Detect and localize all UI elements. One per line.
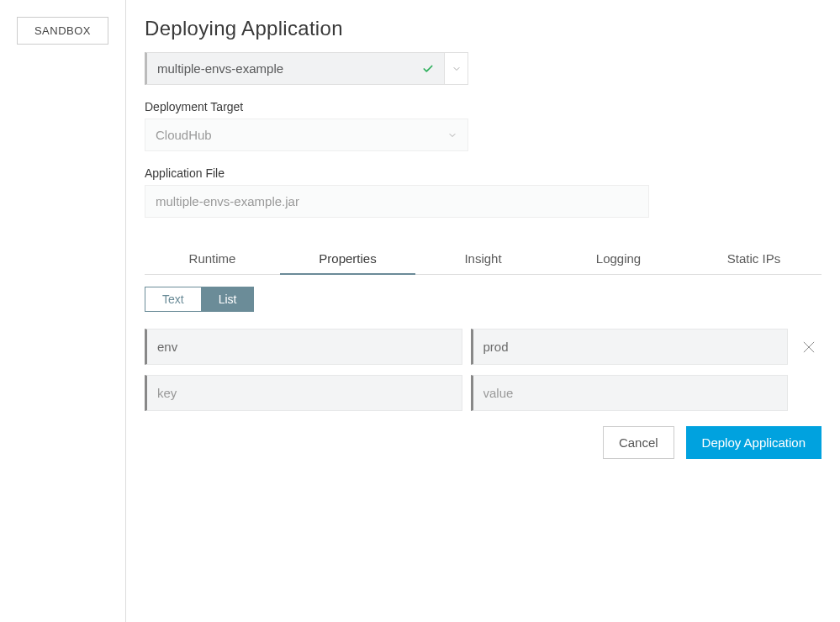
main-content: Deploying Application multiple-envs-exam… — [126, 0, 840, 622]
properties-view-toggle: Text List — [145, 287, 254, 312]
application-file-field: Application File multiple-envs-example.j… — [145, 166, 822, 218]
property-row — [145, 329, 822, 365]
tab-logging[interactable]: Logging — [551, 243, 686, 274]
cancel-button[interactable]: Cancel — [603, 426, 674, 459]
action-bar: Cancel Deploy Application — [145, 426, 822, 459]
property-row-empty — [145, 375, 822, 411]
deployment-target-label: Deployment Target — [145, 100, 822, 113]
remove-spacer — [796, 381, 822, 406]
page-title: Deploying Application — [145, 17, 822, 40]
config-tabs: Runtime Properties Insight Logging Stati… — [145, 243, 822, 275]
environment-badge[interactable]: SANDBOX — [17, 17, 108, 45]
tab-properties[interactable]: Properties — [280, 243, 415, 274]
application-file-value: multiple-envs-example.jar — [156, 194, 299, 208]
application-name-input[interactable]: multiple-envs-example — [145, 52, 445, 85]
property-value-input[interactable] — [471, 375, 789, 411]
application-file-input[interactable]: multiple-envs-example.jar — [145, 185, 649, 218]
application-name-value: multiple-envs-example — [157, 61, 283, 76]
sidebar: SANDBOX — [0, 0, 126, 622]
application-name-select[interactable]: multiple-envs-example — [145, 52, 468, 85]
deployment-target-select[interactable]: CloudHub — [145, 119, 468, 151]
toggle-list-button[interactable]: List — [201, 287, 255, 312]
property-value-input[interactable] — [471, 329, 789, 365]
application-file-label: Application File — [145, 166, 822, 180]
chevron-down-icon — [452, 64, 462, 74]
check-icon — [422, 63, 434, 75]
deployment-target-field: Deployment Target CloudHub — [145, 100, 822, 151]
property-key-input[interactable] — [145, 329, 462, 365]
deployment-target-value: CloudHub — [156, 128, 212, 142]
chevron-down-icon — [447, 130, 457, 140]
tab-runtime[interactable]: Runtime — [145, 243, 280, 274]
property-key-input[interactable] — [145, 375, 462, 411]
deploy-button[interactable]: Deploy Application — [686, 426, 822, 459]
close-icon — [800, 339, 817, 356]
toggle-text-button[interactable]: Text — [145, 287, 201, 312]
tab-static-ips[interactable]: Static IPs — [686, 243, 822, 274]
remove-property-button[interactable] — [796, 335, 822, 360]
application-name-dropdown-button[interactable] — [445, 52, 468, 85]
tab-insight[interactable]: Insight — [415, 243, 551, 274]
